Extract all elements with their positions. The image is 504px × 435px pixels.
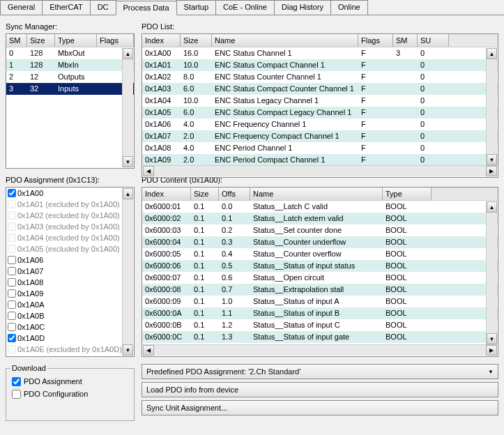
- column-header[interactable]: Type: [383, 188, 432, 200]
- table-row[interactable]: 0x1A0110.0ENC Status Compact Channel 1F0: [142, 59, 498, 71]
- column-header[interactable]: Name: [250, 188, 383, 200]
- checkbox[interactable]: [8, 234, 16, 242]
- table-row[interactable]: 0128MbxOut: [6, 47, 134, 59]
- tab-diag-history[interactable]: Diag History: [274, 0, 331, 15]
- checkbox[interactable]: [8, 211, 16, 220]
- column-header[interactable]: Size: [181, 34, 212, 47]
- column-header[interactable]: Offs: [219, 188, 250, 200]
- checkbox[interactable]: [8, 222, 16, 231]
- sync-manager-grid[interactable]: SMSizeTypeFlags 0128MbxOut1128MbxIn212Ou…: [6, 33, 135, 169]
- scrollbar[interactable]: ▲▼: [122, 48, 133, 167]
- list-item[interactable]: 0x1A0E (excluded by 0x1A0D): [6, 344, 134, 355]
- table-row[interactable]: 332Inputs: [6, 83, 134, 95]
- list-item[interactable]: 0x1A0C: [6, 321, 134, 333]
- column-header[interactable]: Flags: [97, 34, 134, 47]
- table-row[interactable]: 0x1A092.0ENC Period Compact Channel 1F0: [142, 154, 498, 166]
- table-row[interactable]: 0x1A064.0ENC Frequency Channel 1F0: [142, 119, 498, 130]
- pdo-content-grid[interactable]: IndexSizeOffsNameType 0x6000:010.10.0Sta…: [142, 187, 498, 357]
- column-header[interactable]: Name: [212, 34, 358, 47]
- table-row[interactable]: 0x6000:0B0.11.2Status__Status of input C…: [142, 319, 498, 331]
- table-row[interactable]: 0x1A056.0ENC Status Compact Legacy Chann…: [142, 107, 498, 119]
- table-row[interactable]: 0x1A084.0ENC Period Channel 1F0: [142, 142, 498, 154]
- pdo-list-grid[interactable]: IndexSizeNameFlagsSMSU 0x1A0016.0ENC Sta…: [142, 33, 498, 178]
- table-row[interactable]: 0x6000:0A0.11.1Status__Status of input B…: [142, 307, 498, 319]
- list-item[interactable]: 0x1A02 (excluded by 0x1A00): [6, 210, 134, 221]
- checkbox[interactable]: [8, 189, 16, 197]
- column-header[interactable]: Size: [191, 188, 219, 200]
- list-item[interactable]: 0x1A04 (excluded by 0x1A00): [6, 232, 134, 243]
- list-item[interactable]: 0x1A00: [6, 188, 134, 199]
- column-header[interactable]: SU: [418, 34, 449, 47]
- list-item[interactable]: 0x1A0D: [6, 333, 134, 344]
- column-header[interactable]: Index: [142, 34, 181, 47]
- checkbox[interactable]: [8, 312, 16, 320]
- table-row[interactable]: 0x6000:020.10.1Status__Latch extern vali…: [142, 213, 498, 224]
- list-item[interactable]: 0x1A0B: [6, 310, 134, 321]
- pdo-assignment-checkbox[interactable]: PDO Assignment: [10, 375, 130, 388]
- list-item[interactable]: 0x1A0A: [6, 299, 134, 310]
- table-row[interactable]: 0x6000:0C0.11.3Status__Status of input g…: [142, 331, 498, 343]
- pdo-assignment-label: PDO Assignment (0x1C13):: [6, 176, 135, 184]
- list-item[interactable]: 0x1A05 (excluded by 0x1A00): [6, 243, 134, 254]
- tab-startup[interactable]: Startup: [176, 0, 216, 15]
- column-header[interactable]: Type: [55, 34, 97, 47]
- tab-bar: GeneralEtherCATDCProcess DataStartupCoE …: [0, 0, 504, 15]
- table-row[interactable]: 0x1A028.0ENC Status Counter Channel 1F0: [142, 71, 498, 83]
- table-row[interactable]: 0x6000:090.11.0Status__Status of input A…: [142, 296, 498, 307]
- tab-coe-online[interactable]: CoE - Online: [215, 0, 275, 15]
- table-row[interactable]: 0x6000:030.10.2Status__Set counter doneB…: [142, 224, 498, 236]
- pdo-assignment-list[interactable]: 0x1A000x1A01 (excluded by 0x1A00)0x1A02 …: [6, 187, 135, 357]
- checkbox[interactable]: [8, 245, 16, 253]
- load-pdo-button[interactable]: Load PDO info from device: [142, 382, 498, 397]
- column-header[interactable]: Index: [142, 188, 191, 200]
- list-item[interactable]: 0x1A03 (excluded by 0x1A00): [6, 221, 134, 232]
- table-row[interactable]: 0x1A0016.0ENC Status Channel 1F30: [142, 47, 498, 59]
- list-item[interactable]: 0x1A01 (excluded by 0x1A00): [6, 199, 134, 210]
- checkbox[interactable]: [8, 323, 16, 331]
- checkbox[interactable]: [8, 256, 16, 264]
- table-row[interactable]: 0x6000:060.10.5Status__Status of input s…: [142, 260, 498, 272]
- list-item[interactable]: 0x1A08: [6, 277, 134, 288]
- column-header[interactable]: Flags: [358, 34, 393, 47]
- sync-unit-button[interactable]: Sync Unit Assignment...: [142, 400, 498, 415]
- scrollbar[interactable]: ◀▶: [143, 344, 497, 356]
- pdo-configuration-checkbox[interactable]: PDO Configuration: [10, 388, 130, 400]
- scrollbar[interactable]: ▲▼: [486, 201, 497, 344]
- predefined-pdo-dropdown[interactable]: Predefined PDO Assignment: '2.Ch Standar…: [142, 364, 498, 379]
- scrollbar[interactable]: ▲▼: [486, 48, 497, 165]
- download-group: Download PDO Assignment PDO Configuratio…: [6, 364, 135, 421]
- download-legend: Download: [10, 364, 47, 372]
- tab-dc[interactable]: DC: [90, 0, 116, 15]
- column-header[interactable]: SM: [393, 34, 418, 47]
- column-header[interactable]: Size: [27, 34, 55, 47]
- table-row[interactable]: 0x1A0410.0ENC Status Legacy Channel 1F0: [142, 95, 498, 107]
- list-item[interactable]: 0x1A06: [6, 254, 134, 266]
- list-item[interactable]: 0x1A09: [6, 288, 134, 299]
- chevron-down-icon: ▼: [488, 369, 494, 375]
- checkbox[interactable]: [8, 267, 16, 275]
- checkbox[interactable]: [8, 345, 16, 353]
- table-row[interactable]: 0x6000:040.10.3Status__Counter underflow…: [142, 236, 498, 248]
- table-row[interactable]: 0x6000:050.10.4Status__Counter overflowB…: [142, 248, 498, 260]
- column-header[interactable]: SM: [6, 34, 27, 47]
- scrollbar[interactable]: ◀▶: [143, 165, 497, 176]
- scrollbar[interactable]: ▲▼: [122, 188, 133, 356]
- checkbox[interactable]: [8, 200, 16, 208]
- table-row[interactable]: 0x1A072.0ENC Frequency Compact Channel 1…: [142, 130, 498, 142]
- checkbox[interactable]: [8, 334, 16, 342]
- checkbox[interactable]: [8, 278, 16, 287]
- checkbox[interactable]: [8, 289, 16, 298]
- table-row[interactable]: 0x1A036.0ENC Status Compact Counter Chan…: [142, 83, 498, 95]
- pdo-list-label: PDO List:: [142, 22, 498, 31]
- checkbox[interactable]: [8, 300, 16, 309]
- tab-online[interactable]: Online: [330, 0, 368, 15]
- list-item[interactable]: 0x1A07: [6, 266, 134, 277]
- table-row[interactable]: 0x6000:010.10.0Status__Latch C validBOOL: [142, 201, 498, 213]
- tab-process-data[interactable]: Process Data: [116, 1, 177, 15]
- tab-ethercat[interactable]: EtherCAT: [42, 0, 90, 15]
- tab-general[interactable]: General: [0, 0, 43, 15]
- table-row[interactable]: 1128MbxIn: [6, 59, 134, 71]
- table-row[interactable]: 212Outputs: [6, 71, 134, 83]
- table-row[interactable]: 0x6000:070.10.6Status__Open circuitBOOL: [142, 272, 498, 284]
- table-row[interactable]: 0x6000:080.10.7Status__Extrapolation sta…: [142, 284, 498, 296]
